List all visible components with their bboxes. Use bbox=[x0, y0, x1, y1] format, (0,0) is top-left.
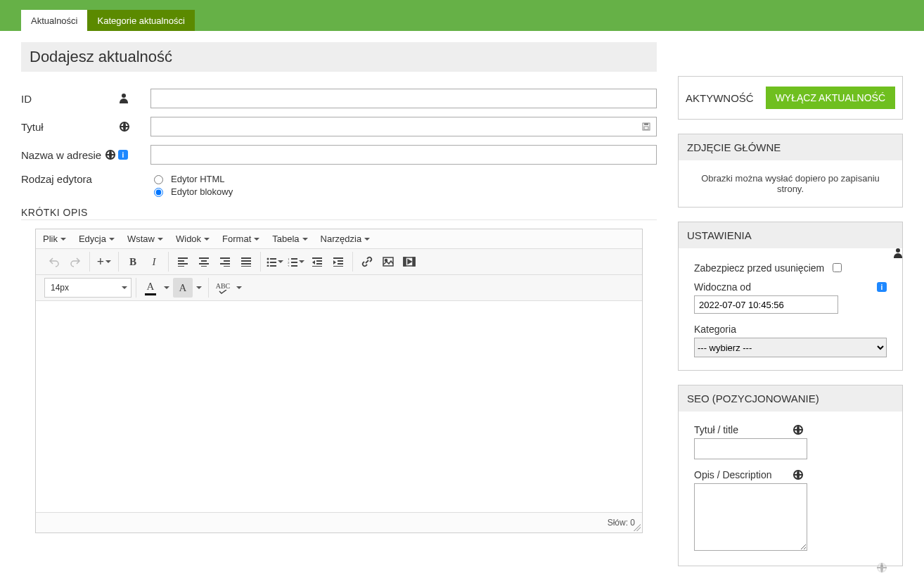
bold-icon[interactable]: B bbox=[123, 252, 143, 272]
tab-aktualnosci[interactable]: Aktualności bbox=[21, 10, 87, 31]
protect-checkbox[interactable] bbox=[833, 263, 842, 272]
svg-rect-17 bbox=[241, 263, 251, 264]
spellcheck-icon[interactable]: ABC bbox=[213, 278, 233, 298]
menu-format[interactable]: Format bbox=[222, 234, 259, 244]
tab-kategorie[interactable]: Kategorie aktualności bbox=[87, 10, 194, 31]
activity-label: AKTYWNOŚĆ bbox=[686, 92, 754, 104]
radio-label-html: Edytor HTML bbox=[171, 174, 225, 184]
editor-toolbar-1: + B I 123 bbox=[36, 249, 642, 275]
svg-rect-35 bbox=[333, 257, 343, 259]
font-size-select[interactable]: 14px bbox=[44, 278, 131, 298]
main-image-heading: ZDJĘCIE GŁÓWNE bbox=[679, 134, 902, 160]
text-color-icon[interactable]: A bbox=[141, 278, 160, 298]
svg-rect-6 bbox=[178, 266, 184, 267]
svg-rect-4 bbox=[178, 260, 184, 262]
activity-panel: AKTYWNOŚĆ WYŁĄCZ AKTUALNOŚĆ bbox=[678, 76, 903, 120]
menu-tools[interactable]: Narzędzia bbox=[321, 234, 371, 244]
italic-icon[interactable]: I bbox=[144, 252, 164, 272]
align-center-icon[interactable] bbox=[194, 252, 214, 272]
text-color-dropdown[interactable] bbox=[162, 278, 172, 298]
svg-rect-16 bbox=[241, 260, 251, 262]
bg-color-dropdown[interactable] bbox=[194, 278, 204, 298]
protect-label: Zabezpiecz przed usunięciem bbox=[694, 262, 824, 274]
media-icon[interactable] bbox=[399, 252, 419, 272]
menu-table[interactable]: Tabela bbox=[272, 234, 307, 244]
align-left-icon[interactable] bbox=[173, 252, 193, 272]
menu-view[interactable]: Widok bbox=[176, 234, 210, 244]
seo-desc-textarea[interactable] bbox=[694, 483, 807, 551]
svg-point-23 bbox=[267, 265, 269, 267]
label-title: Tytuł bbox=[21, 121, 120, 133]
category-select[interactable]: --- wybierz --- bbox=[694, 338, 887, 357]
radio-editor-html[interactable]: Edytor HTML bbox=[150, 173, 233, 184]
visible-from-label: Widoczna od bbox=[694, 281, 751, 293]
svg-rect-42 bbox=[404, 257, 406, 266]
label-slug: Nazwa w adresie bbox=[21, 149, 105, 161]
word-count-label: Słów: 0 bbox=[608, 518, 635, 528]
input-id[interactable] bbox=[150, 89, 657, 108]
svg-rect-34 bbox=[312, 266, 322, 267]
svg-rect-33 bbox=[316, 263, 322, 264]
svg-rect-9 bbox=[199, 263, 209, 264]
person-icon bbox=[894, 248, 902, 258]
editor-body[interactable] bbox=[36, 301, 642, 513]
svg-rect-15 bbox=[241, 257, 251, 259]
radio-editor-block[interactable]: Edytor blokowy bbox=[150, 186, 233, 197]
indent-icon[interactable] bbox=[328, 252, 348, 272]
seo-desc-label: Opis / Description bbox=[694, 469, 771, 480]
spellcheck-dropdown[interactable] bbox=[234, 278, 244, 298]
menu-file[interactable]: Plik bbox=[43, 234, 66, 244]
svg-rect-37 bbox=[338, 263, 343, 264]
resize-grip-icon[interactable] bbox=[634, 524, 641, 531]
main-image-panel: ZDJĘCIE GŁÓWNE Obrazki można wysłać dopi… bbox=[678, 134, 903, 208]
settings-panel: USTAWIENIA Zabezpiecz przed usunięciem W… bbox=[678, 222, 903, 371]
page-title: Dodajesz aktualność bbox=[21, 42, 657, 72]
svg-rect-28 bbox=[291, 262, 297, 263]
svg-rect-24 bbox=[270, 265, 276, 267]
svg-rect-22 bbox=[270, 262, 276, 263]
category-label: Kategoria bbox=[694, 324, 887, 335]
seo-panel: SEO (POZYCJONOWANIE) Tytuł / title Opis … bbox=[678, 385, 903, 566]
align-right-icon[interactable] bbox=[215, 252, 235, 272]
undo-icon[interactable] bbox=[44, 252, 64, 272]
svg-rect-30 bbox=[291, 265, 297, 267]
short-desc-heading: KRÓTKI OPIS bbox=[21, 207, 657, 220]
svg-rect-32 bbox=[316, 260, 322, 262]
svg-point-21 bbox=[267, 262, 269, 264]
input-slug[interactable] bbox=[150, 145, 657, 165]
bg-color-icon[interactable]: A bbox=[173, 278, 193, 298]
outdent-icon[interactable] bbox=[307, 252, 327, 272]
svg-rect-11 bbox=[220, 257, 230, 259]
input-title[interactable] bbox=[150, 117, 657, 136]
rich-text-editor: Plik Edycja Wstaw Widok Format Tabela Na… bbox=[35, 229, 643, 533]
numbered-list-icon[interactable]: 123 bbox=[286, 252, 306, 272]
visible-from-input[interactable] bbox=[694, 295, 838, 314]
label-id: ID bbox=[21, 93, 120, 105]
info-icon[interactable]: i bbox=[118, 150, 128, 160]
svg-rect-14 bbox=[224, 266, 230, 267]
image-icon[interactable] bbox=[378, 252, 398, 272]
svg-rect-36 bbox=[338, 260, 343, 262]
info-icon[interactable]: i bbox=[877, 282, 887, 292]
svg-rect-3 bbox=[178, 257, 188, 259]
svg-rect-38 bbox=[333, 266, 343, 267]
insert-plus-icon[interactable]: + bbox=[94, 252, 114, 272]
editor-statusbar: Słów: 0 bbox=[36, 513, 642, 532]
link-icon[interactable] bbox=[357, 252, 377, 272]
label-editor-type: Rodzaj edytora bbox=[21, 173, 120, 185]
svg-rect-5 bbox=[178, 263, 188, 264]
bullet-list-icon[interactable] bbox=[265, 252, 285, 272]
redo-icon[interactable] bbox=[65, 252, 85, 272]
align-justify-icon[interactable] bbox=[236, 252, 256, 272]
menu-edit[interactable]: Edycja bbox=[79, 234, 115, 244]
menu-insert[interactable]: Wstaw bbox=[127, 234, 163, 244]
toggle-activity-button[interactable]: WYŁĄCZ AKTUALNOŚĆ bbox=[766, 87, 895, 109]
top-tab-bar: Aktualności Kategorie aktualności bbox=[0, 0, 924, 31]
person-icon bbox=[120, 94, 128, 103]
globe-icon bbox=[877, 563, 887, 573]
seo-title-label: Tytuł / title bbox=[694, 424, 738, 435]
seo-title-input[interactable] bbox=[694, 438, 807, 459]
globe-icon bbox=[793, 470, 803, 480]
svg-rect-8 bbox=[201, 260, 207, 262]
svg-rect-43 bbox=[413, 257, 415, 266]
